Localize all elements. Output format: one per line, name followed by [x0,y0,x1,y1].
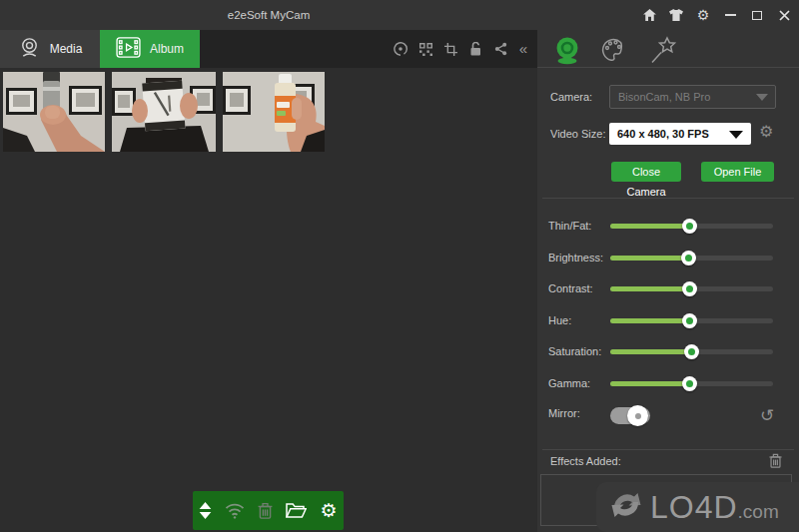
video-size-select[interactable]: 640 x 480, 30 FPS [609,123,751,145]
settings-panel: Camera: BisonCam, NB Pro Video Size: 640… [537,30,799,532]
slider-label: Hue: [548,312,571,328]
sort-updown-icon[interactable] [199,502,212,519]
album-thumbnails [3,72,325,152]
slider-thumb[interactable] [681,251,696,266]
slider-saturation: Saturation: [548,343,788,359]
crop-icon[interactable] [444,43,457,56]
left-panel: Media Album [0,30,537,532]
slider-label: Thin/Fat: [548,218,591,234]
mirror-toggle-knob[interactable] [627,405,648,426]
effects-trash-icon[interactable] [769,453,782,472]
window-title: e2eSoft MyCam [0,0,537,30]
chevron-down-icon [729,131,743,139]
slider-fill [610,381,690,386]
settings-tabs [537,30,799,68]
slider-fill [610,224,690,229]
album-thumbnail-2[interactable] [112,72,216,152]
effects-added-label: Effects Added: [550,455,621,467]
camera-select[interactable]: BisonCam, NB Pro [609,85,776,109]
mirror-toggle[interactable] [610,407,650,424]
app-window: e2eSoft MyCam ⚙ [0,0,799,532]
album-toolbar: « [394,30,527,68]
album-thumbnail-3[interactable] [223,72,325,152]
camera-label: Camera: [550,91,592,103]
camera-select-value: BisonCam, NB Pro [618,86,710,108]
open-folder-icon[interactable] [286,502,307,519]
slider-thumb[interactable] [682,376,697,391]
slider-thumb[interactable] [684,344,699,359]
slider-gamma: Gamma: [548,375,788,391]
tab-media[interactable]: Media [0,30,100,68]
film-album-icon [116,37,141,62]
slider-track[interactable] [610,256,773,261]
titlebar: e2eSoft MyCam ⚙ [0,0,799,30]
lock-open-icon[interactable] [469,42,482,56]
divider [542,198,794,199]
wifi-upload-icon[interactable] [225,503,245,519]
slider-fill [610,318,690,323]
titlebar-icons: ⚙ [642,0,791,30]
slider-thin-fat: Thin/Fat: [548,218,788,234]
reset-icon[interactable]: ↺ [760,405,774,425]
album-bottom-toolbar: ⚙ [193,491,344,530]
tab-album-label: Album [150,42,184,56]
settings-gear-icon[interactable]: ⚙ [696,8,710,22]
slider-hue: Hue: [548,312,788,328]
toolbar-gear-icon[interactable]: ⚙ [320,501,337,520]
divider [542,449,794,450]
collapse-panel-icon[interactable]: « [519,42,527,56]
slider-label: Contrast: [548,280,593,296]
watermark-domain: .com [738,501,779,523]
slider-thumb[interactable] [682,313,697,328]
slider-track[interactable] [610,286,773,291]
mirror-row: Mirror: ↺ [548,405,788,427]
slider-track[interactable] [610,381,773,386]
broadcast-icon[interactable] [394,42,407,56]
camera-tab-icon-active[interactable] [551,34,583,66]
slider-contrast: Contrast: [548,280,788,296]
album-thumbnail-1[interactable] [3,72,105,152]
slider-brightness: Brightness: [548,250,788,266]
slider-label: Brightness: [548,250,603,266]
close-button[interactable] [777,8,791,22]
home-icon[interactable] [642,8,656,22]
lo4d-logo-icon [606,485,646,529]
slider-track[interactable] [610,349,773,354]
tab-media-label: Media [50,42,83,56]
video-settings-gear-icon[interactable]: ⚙ [759,122,773,141]
tab-album[interactable]: Album [100,30,200,68]
magic-wand-tab-icon[interactable] [647,34,679,66]
chevron-down-icon [756,94,768,101]
video-size-label: Video Size: [550,128,605,140]
slider-thumb[interactable] [682,281,697,296]
close-camera-button[interactable]: Close Camera [611,162,681,182]
share-icon[interactable] [494,42,507,56]
maximize-button[interactable] [750,8,764,22]
trash-icon[interactable] [258,502,273,519]
lo4d-watermark: LO4D .com [596,482,799,532]
tab-row: Media Album [0,30,537,68]
open-file-button[interactable]: Open File [701,162,774,182]
watermark-name: LO4D [650,489,738,526]
shirt-icon[interactable] [669,8,683,22]
slider-track[interactable] [610,224,773,229]
slider-fill [610,286,690,291]
slider-thumb[interactable] [682,219,697,234]
mirror-label: Mirror: [548,405,580,421]
slider-label: Saturation: [548,343,601,359]
slider-fill [610,256,688,261]
minimize-button[interactable] [723,8,737,22]
palette-tab-icon[interactable] [597,34,629,66]
slider-fill [610,349,692,354]
slider-track[interactable] [610,318,773,323]
webcam-icon [18,36,41,63]
video-size-select-value: 640 x 480, 30 FPS [617,123,709,145]
slider-label: Gamma: [548,375,590,391]
qr-code-icon[interactable] [419,43,432,56]
